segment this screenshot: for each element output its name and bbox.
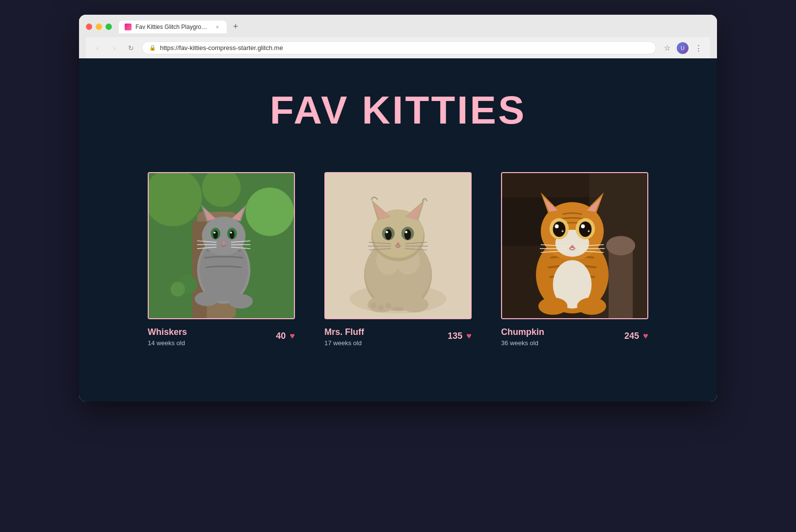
cat-svg-chumpkin xyxy=(502,173,647,318)
svg-point-48 xyxy=(405,231,407,233)
kitty-card-chumpkin: Chumpkin 36 weeks old 245 ♥ xyxy=(501,172,648,347)
svg-point-29 xyxy=(229,294,253,309)
svg-point-10 xyxy=(202,217,246,255)
svg-rect-64 xyxy=(609,246,633,318)
toolbar-right: ☆ U ⋮ xyxy=(661,42,704,54)
svg-point-17 xyxy=(213,230,218,239)
browser-window: Fav Kitties Glitch Playground × + ‹ › ↻ … xyxy=(79,15,717,402)
kitty-likes-mrs-fluff: 135 ♥ xyxy=(448,331,472,341)
kitty-likes-chumpkin: 245 ♥ xyxy=(624,331,648,341)
svg-point-19 xyxy=(213,231,215,233)
traffic-light-red[interactable] xyxy=(86,24,92,30)
kitty-card-mrs-fluff: Mrs. Fluff 17 weeks old 135 ♥ xyxy=(324,172,472,347)
tab-close-button[interactable]: × xyxy=(214,24,221,30)
svg-point-77 xyxy=(579,222,592,237)
heart-icon-chumpkin[interactable]: ♥ xyxy=(643,331,648,341)
user-avatar[interactable]: U xyxy=(677,42,689,54)
kitty-image-whiskers xyxy=(148,172,295,319)
svg-point-20 xyxy=(230,231,232,233)
kitty-name-chumpkin: Chumpkin xyxy=(501,327,544,337)
svg-point-89 xyxy=(538,298,567,315)
likes-count-mrs-fluff: 135 xyxy=(448,331,462,341)
svg-point-58 xyxy=(371,303,377,308)
likes-count-whiskers: 40 xyxy=(276,331,286,341)
address-field[interactable]: 🔒 https://fav-kitties-compress-starter.g… xyxy=(142,41,656,54)
kitty-details-whiskers: Whiskers 14 weeks old xyxy=(148,327,187,347)
forward-button[interactable]: › xyxy=(108,42,120,54)
browser-titlebar: Fav Kitties Glitch Playground × + ‹ › ↻ … xyxy=(79,15,717,58)
page-title: FAV KITTIES xyxy=(270,88,527,133)
kitty-name-mrs-fluff: Mrs. Fluff xyxy=(324,327,364,337)
more-button[interactable]: ⋮ xyxy=(692,42,704,54)
svg-point-59 xyxy=(378,304,384,310)
kitty-name-whiskers: Whiskers xyxy=(148,327,187,337)
cat-svg-mrs-fluff xyxy=(325,173,471,318)
svg-point-7 xyxy=(170,282,185,297)
new-tab-button[interactable]: + xyxy=(229,20,242,33)
kitty-likes-whiskers: 40 ♥ xyxy=(276,331,295,341)
cat-svg-whiskers xyxy=(149,173,294,318)
svg-point-76 xyxy=(553,222,566,237)
svg-point-80 xyxy=(561,230,563,232)
kitty-age-whiskers: 14 weeks old xyxy=(148,339,187,347)
tab-favicon xyxy=(125,24,132,30)
refresh-button[interactable]: ↻ xyxy=(125,42,137,54)
kitty-details-chumpkin: Chumpkin 36 weeks old xyxy=(501,327,544,347)
svg-point-65 xyxy=(606,236,635,255)
kitty-info-mrs-fluff: Mrs. Fluff 17 weeks old 135 ♥ xyxy=(324,327,472,347)
lock-icon: 🔒 xyxy=(149,45,156,51)
heart-icon-whiskers[interactable]: ♥ xyxy=(290,331,295,341)
star-button[interactable]: ☆ xyxy=(661,42,673,54)
svg-point-45 xyxy=(385,229,392,240)
svg-point-18 xyxy=(230,230,235,239)
tab-title: Fav Kitties Glitch Playground xyxy=(135,24,210,30)
address-bar-row: ‹ › ↻ 🔒 https://fav-kitties-compress-sta… xyxy=(86,37,710,58)
svg-point-81 xyxy=(588,230,590,232)
kitty-age-mrs-fluff: 17 weeks old xyxy=(324,339,364,347)
tab-bar: Fav Kitties Glitch Playground × + xyxy=(119,20,710,33)
url-text: https://fav-kitties-compress-starter.gli… xyxy=(160,44,283,51)
page-content: FAV KITTIES xyxy=(79,58,717,402)
kitty-image-chumpkin xyxy=(501,172,648,319)
back-button[interactable]: ‹ xyxy=(92,42,104,54)
svg-point-47 xyxy=(386,231,388,233)
heart-icon-mrs-fluff[interactable]: ♥ xyxy=(466,331,472,341)
kitty-info-whiskers: Whiskers 14 weeks old 40 ♥ xyxy=(148,327,295,347)
active-tab[interactable]: Fav Kitties Glitch Playground × xyxy=(119,21,227,33)
svg-point-78 xyxy=(555,225,559,228)
svg-point-79 xyxy=(581,225,585,228)
svg-point-46 xyxy=(404,229,411,240)
svg-point-60 xyxy=(385,303,391,308)
traffic-light-yellow[interactable] xyxy=(96,24,102,30)
svg-point-90 xyxy=(577,298,606,315)
traffic-light-green[interactable] xyxy=(106,24,112,30)
kitty-card-whiskers: Whiskers 14 weeks old 40 ♥ xyxy=(148,172,295,347)
svg-point-28 xyxy=(195,292,219,306)
kitty-age-chumpkin: 36 weeks old xyxy=(501,339,544,347)
svg-point-2 xyxy=(245,188,294,236)
likes-count-chumpkin: 245 xyxy=(624,331,639,341)
kitties-grid: Whiskers 14 weeks old 40 ♥ xyxy=(128,172,668,347)
svg-point-57 xyxy=(401,297,428,313)
kitty-info-chumpkin: Chumpkin 36 weeks old 245 ♥ xyxy=(501,327,648,347)
kitty-details-mrs-fluff: Mrs. Fluff 17 weeks old xyxy=(324,327,364,347)
kitty-image-mrs-fluff xyxy=(324,172,472,319)
traffic-lights xyxy=(86,24,112,30)
